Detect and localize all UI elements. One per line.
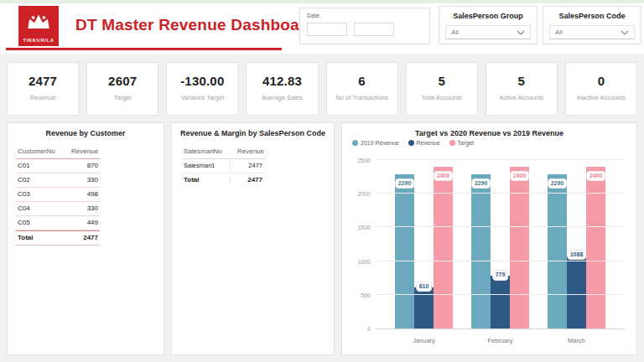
kpi-card-inactive-accounts: 0Inactive Accounts bbox=[565, 62, 637, 116]
gridline bbox=[376, 294, 625, 295]
table-row[interactable]: C03498 bbox=[16, 188, 100, 202]
table-total-row: Total2477 bbox=[16, 230, 100, 246]
bar-data-label: 2400 bbox=[586, 171, 606, 181]
kpi-value: 412.83 bbox=[247, 74, 317, 88]
table-row[interactable]: C02330 bbox=[16, 173, 100, 188]
table-total-row: Total2477 bbox=[182, 173, 266, 187]
y-axis-tick-label: 1000 bbox=[357, 259, 371, 265]
main-row: Revenue by Customer CustomerNoRevenueC01… bbox=[7, 122, 637, 355]
kpi-value: 0 bbox=[566, 74, 636, 88]
kpi-label: Active Accounts bbox=[486, 94, 557, 101]
legend-label: 2019 Revenue bbox=[361, 140, 399, 146]
kpi-card-target: 2607Target bbox=[86, 62, 158, 116]
table-row[interactable]: Salesman12477 bbox=[182, 159, 266, 173]
salesperson-group-dropdown[interactable]: All bbox=[445, 25, 531, 39]
legend-item-target[interactable]: Target bbox=[449, 140, 474, 146]
total-value: 2477 bbox=[230, 176, 264, 184]
date-filter-label: Date bbox=[307, 13, 423, 18]
kpi-label: Target bbox=[87, 94, 158, 101]
bar-data-label: 610 bbox=[416, 282, 433, 292]
bar-group-march: 229010882400 bbox=[548, 160, 605, 328]
bar-data-label: 2400 bbox=[434, 171, 454, 181]
kpi-value: -130.00 bbox=[167, 74, 237, 88]
salesperson-code-value: All bbox=[555, 28, 563, 36]
kpi-label: Variance Target bbox=[167, 94, 237, 101]
kpi-label: Average Sales bbox=[247, 94, 317, 101]
kpi-value: 5 bbox=[407, 74, 477, 88]
row-key: Salesman1 bbox=[184, 162, 230, 169]
table-header-row: SalesmanNoRevenue bbox=[182, 145, 266, 159]
legend-dot bbox=[352, 140, 358, 146]
page-title: DT Master Revenue Dashboard bbox=[75, 16, 315, 34]
column-header: Revenue bbox=[237, 147, 264, 155]
gridline bbox=[376, 193, 625, 194]
total-label: Total bbox=[184, 176, 230, 184]
legend-label: Revenue bbox=[417, 140, 440, 146]
tikkurila-logo: TIKKURILA bbox=[18, 6, 59, 46]
table-row[interactable]: C01870 bbox=[16, 159, 100, 173]
table-row[interactable]: C05449 bbox=[16, 216, 100, 230]
target-vs-revenue-chart-panel: Target vs 2020 Revenue vs 2019 Revenue 2… bbox=[341, 122, 637, 355]
bar-group-february: 22907792400 bbox=[471, 160, 529, 328]
x-axis-label-february: February bbox=[471, 337, 529, 344]
chevron-down-icon bbox=[517, 30, 525, 35]
kpi-label: Revenue bbox=[8, 94, 78, 101]
bar-data-label: 2400 bbox=[510, 171, 530, 181]
table-row[interactable]: C04330 bbox=[16, 202, 100, 216]
row-value: 330 bbox=[87, 176, 98, 184]
revenue-by-salesperson-table: SalesmanNoRevenueSalesman12477Total2477 bbox=[182, 145, 266, 187]
kpi-label: Inactive Accounts bbox=[566, 94, 636, 101]
bar-2019-revenue-march[interactable]: 2290 bbox=[548, 174, 567, 328]
legend-item-2019-revenue[interactable]: 2019 Revenue bbox=[352, 140, 399, 146]
bar-target-january[interactable]: 2400 bbox=[434, 167, 453, 328]
legend-dot bbox=[408, 140, 414, 146]
salesperson-code-label: SalesPerson Code bbox=[543, 12, 641, 20]
kpi-value: 2477 bbox=[8, 74, 78, 88]
y-axis-tick-label: 1500 bbox=[357, 225, 371, 230]
header: TIKKURILA DT Master Revenue Dashboard Da… bbox=[0, 3, 644, 54]
gridline bbox=[376, 261, 625, 261]
kpi-card-revenue: 2477Revenue bbox=[7, 62, 79, 116]
crown-icon bbox=[26, 12, 51, 30]
bar-data-label: 2290 bbox=[395, 178, 415, 189]
bar-target-march[interactable]: 2400 bbox=[586, 167, 605, 328]
y-axis-tick-label: 2000 bbox=[357, 191, 371, 197]
bar-revenue-march[interactable]: 1088 bbox=[567, 256, 586, 328]
legend-item-revenue[interactable]: Revenue bbox=[408, 140, 440, 146]
row-value: 449 bbox=[87, 219, 98, 226]
y-axis-tick-label: 2500 bbox=[357, 158, 371, 163]
kpi-card-total-accounts: 5Total Accounts bbox=[406, 62, 478, 116]
logo-text: TIKKURILA bbox=[23, 38, 55, 43]
kpi-value: 5 bbox=[486, 74, 557, 88]
bar-data-label: 779 bbox=[492, 270, 509, 280]
bar-2019-revenue-february[interactable]: 2290 bbox=[471, 174, 491, 328]
revenue-by-customer-panel: Revenue by Customer CustomerNoRevenueC01… bbox=[7, 122, 164, 355]
salesperson-code-dropdown[interactable]: All bbox=[549, 25, 635, 39]
salesperson-code-filter: SalesPerson Code All bbox=[543, 6, 641, 44]
chart-plot: 2290610240022907792400229010882400 05001… bbox=[376, 160, 625, 329]
bar-revenue-february[interactable]: 779 bbox=[491, 276, 510, 328]
salesperson-group-value: All bbox=[451, 28, 459, 36]
bar-2019-revenue-january[interactable]: 2290 bbox=[395, 174, 414, 328]
row-value: 330 bbox=[87, 204, 98, 212]
row-value: 498 bbox=[87, 190, 98, 198]
kpi-card-active-accounts: 5Active Accounts bbox=[486, 62, 558, 116]
kpi-row: 2477Revenue2607Target-130.00Variance Tar… bbox=[7, 62, 637, 116]
chevron-down-icon bbox=[621, 30, 629, 35]
row-key: C03 bbox=[18, 190, 30, 198]
row-key: C05 bbox=[18, 219, 30, 226]
kpi-card-variance-target: -130.00Variance Target bbox=[166, 62, 238, 116]
date-start-input[interactable] bbox=[307, 23, 347, 36]
salesperson-group-filter: SalesPerson Group All bbox=[439, 6, 538, 44]
kpi-value: 2607 bbox=[87, 74, 158, 88]
column-header: SalesmanNo bbox=[184, 147, 231, 155]
bar-group-january: 22906102400 bbox=[395, 160, 453, 328]
salesperson-group-label: SalesPerson Group bbox=[439, 12, 537, 20]
kpi-card-average-sales: 412.83Average Sales bbox=[246, 62, 318, 116]
row-value: 2477 bbox=[230, 162, 264, 169]
column-header: CustomerNo bbox=[18, 147, 55, 155]
date-end-input[interactable] bbox=[354, 23, 394, 36]
bar-target-february[interactable]: 2400 bbox=[510, 167, 529, 328]
kpi-card-no-of-transactions: 6No of Transactions bbox=[326, 62, 398, 116]
chart-area: 2290610240022907792400229010882400 05001… bbox=[349, 153, 630, 349]
